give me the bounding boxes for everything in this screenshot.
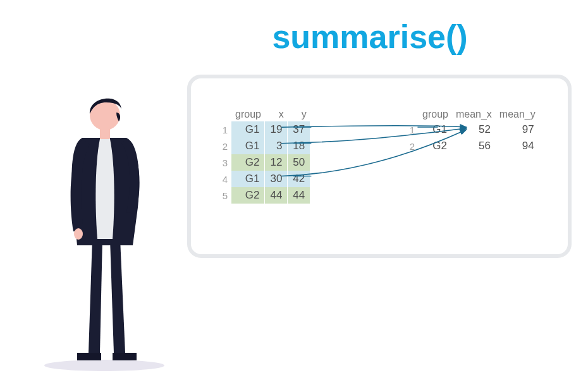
- table-row: 2 G2 56 94: [400, 138, 539, 154]
- svg-point-4: [44, 360, 164, 371]
- col-header: mean_y: [496, 107, 539, 121]
- svg-point-5: [74, 228, 83, 240]
- table-row: 1 G1 52 97: [400, 121, 539, 138]
- table-row: 1 G1 19 37: [212, 121, 310, 138]
- table-row: 4 G1 30 42: [212, 171, 310, 187]
- page-title: summarise(): [177, 18, 563, 56]
- col-header: group: [231, 107, 265, 121]
- col-header: group: [419, 107, 452, 121]
- col-header: y: [288, 107, 310, 121]
- col-header: mean_x: [452, 107, 496, 121]
- output-table: group mean_x mean_y 1 G1 52 97 2 G2 56 9…: [400, 107, 539, 154]
- table-row: 2 G1 3 18: [212, 138, 310, 154]
- col-header: x: [265, 107, 288, 121]
- table-row: 5 G2 44 44: [212, 187, 310, 204]
- person-illustration: [32, 81, 177, 372]
- diagram-panel: group x y 1 G1 19 37 2 G1 3 18 3 G2 12 5…: [187, 75, 572, 258]
- table-row: 3 G2 12 50: [212, 154, 310, 171]
- input-table: group x y 1 G1 19 37 2 G1 3 18 3 G2 12 5…: [212, 107, 310, 204]
